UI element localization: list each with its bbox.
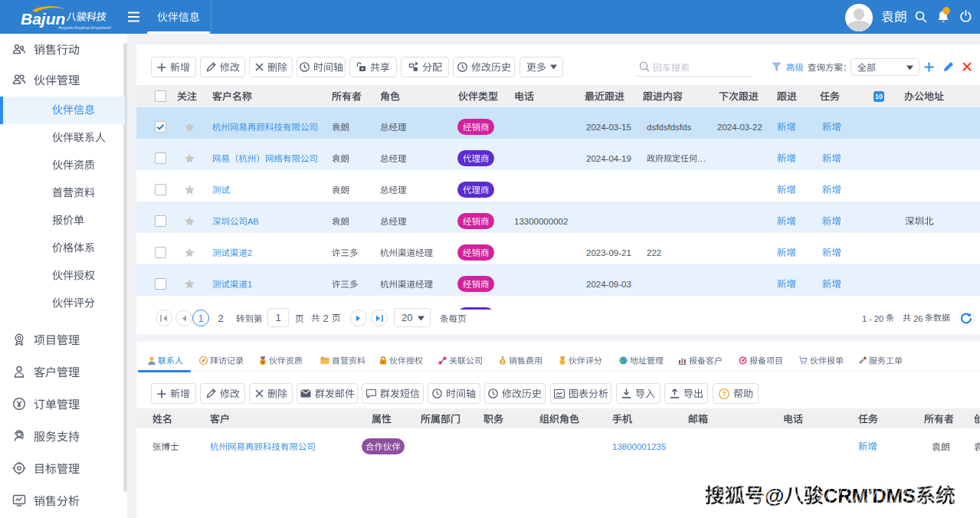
svg-text:?: ? xyxy=(722,389,726,398)
